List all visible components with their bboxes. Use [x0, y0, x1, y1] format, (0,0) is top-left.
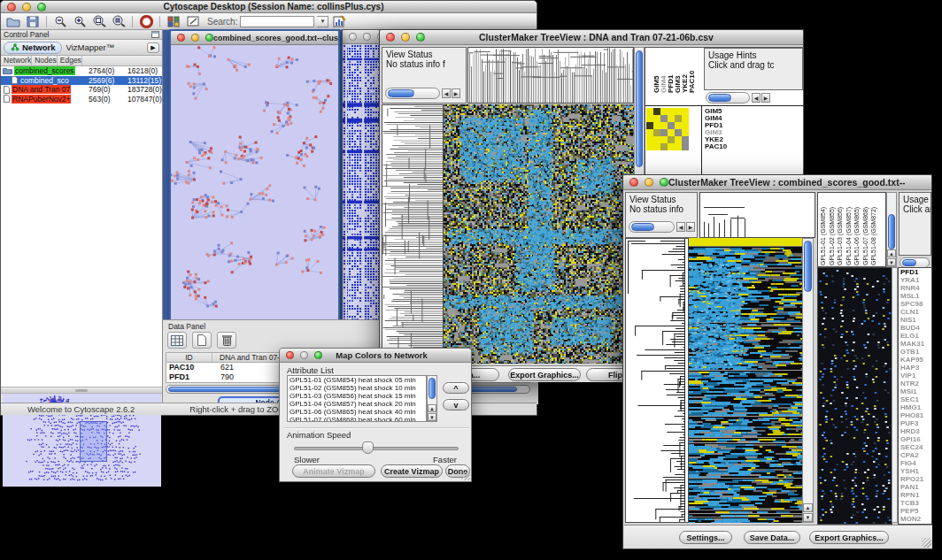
gene-label[interactable]: SEC24: [899, 443, 931, 451]
gene-label[interactable]: MON2: [899, 515, 931, 523]
tv1-row-dendrogram-canvas[interactable]: [382, 105, 443, 363]
main-titlebar[interactable]: Cytoscape Desktop (Session Name: collins…: [1, 1, 537, 13]
zoom-button[interactable]: [37, 3, 46, 12]
zoom-button[interactable]: [416, 33, 425, 42]
close-button[interactable]: [7, 3, 16, 12]
network-row[interactable]: combined_sco 2569(6) 13112(15): [1, 76, 162, 86]
gene-label[interactable]: MSI1: [899, 387, 931, 395]
zoom-selected-button[interactable]: [110, 14, 127, 28]
scroll-up-button[interactable]: ▲: [803, 503, 813, 512]
move-up-button[interactable]: ^: [443, 382, 469, 394]
attribute-list-item[interactable]: GPL51-06 (GSM865) heat shock 40 min: [288, 408, 426, 416]
gene-label[interactable]: PFD1: [899, 268, 931, 276]
gene-label[interactable]: PHO81: [899, 411, 931, 419]
panel-splitter[interactable]: [1, 387, 162, 394]
tv1-column-label[interactable]: YKE2: [681, 50, 688, 93]
tv1-titlebar[interactable]: ClusterMaker TreeView : DNA and Tran 07-…: [380, 30, 803, 45]
scroll-down-button[interactable]: ▼: [887, 258, 896, 266]
minimize-button[interactable]: [401, 33, 410, 42]
save-session-button[interactable]: [24, 14, 42, 28]
tv1-column-label[interactable]: GIM3: [674, 50, 681, 93]
minimize-button[interactable]: [191, 34, 199, 42]
gene-label[interactable]: PEP5: [899, 507, 931, 515]
delete-attribute-button[interactable]: [217, 332, 236, 349]
gene-label[interactable]: VIP1: [899, 372, 931, 380]
network-row[interactable]: combined_scores 2764(0) 16218(0): [1, 66, 162, 76]
zoom-button[interactable]: [314, 351, 322, 359]
tv2-gene-list[interactable]: PFD1YRA1RNR4MSL1SPC98CLN1NIS1BUD4ELG1MAK…: [898, 267, 932, 525]
tv1-labels-hscrollbar[interactable]: [706, 92, 750, 104]
scroll-right-button[interactable]: ▶: [761, 93, 770, 103]
overview-viewport-rect[interactable]: [80, 421, 107, 462]
gene-label[interactable]: MAK31: [899, 340, 931, 348]
close-button[interactable]: [286, 351, 294, 359]
close-button[interactable]: [386, 33, 395, 42]
move-down-button[interactable]: v: [443, 399, 469, 410]
tv2-zoom-vscrollbar[interactable]: [892, 267, 898, 523]
resize-grip[interactable]: [461, 472, 470, 480]
tv2-column-label[interactable]: GPL51-03 (GSM856): [837, 195, 845, 265]
tv1-column-label[interactable]: GIM5: [652, 50, 660, 93]
tv1-selected-submatrix-canvas[interactable]: [646, 108, 689, 150]
gene-label[interactable]: YSH1: [899, 467, 931, 475]
network-row[interactable]: RNAPuberNov2+ 563(0) 107847(0): [1, 95, 162, 104]
tv1-column-label[interactable]: PFD1: [667, 50, 674, 93]
gene-label[interactable]: NIS1: [899, 316, 931, 324]
scroll-up-button[interactable]: ▲: [887, 249, 896, 257]
animation-speed-slider[interactable]: [294, 447, 459, 450]
minimize-button[interactable]: [645, 178, 653, 187]
gene-label[interactable]: CPA2: [899, 451, 931, 459]
gene-label[interactable]: GPI16: [899, 435, 931, 443]
search-input[interactable]: [240, 16, 314, 27]
tv2-heatmap-canvas[interactable]: [689, 238, 802, 523]
zoom-in-button[interactable]: [71, 14, 89, 28]
tv1-column-label[interactable]: GIM4: [660, 50, 667, 93]
tv2-labels-vscrollbar[interactable]: ▲ ▼: [886, 192, 897, 267]
gene-label[interactable]: SPC98: [899, 300, 931, 308]
gene-label[interactable]: HMG1: [899, 403, 931, 411]
gene-label[interactable]: FIG4: [899, 459, 931, 467]
minimize-button[interactable]: [363, 33, 371, 41]
scroll-left-button[interactable]: ◀: [752, 93, 761, 103]
animate-vizmap-button[interactable]: Animate Vizmap: [292, 464, 375, 478]
tv1-column-label[interactable]: PAC10: [688, 50, 695, 93]
tv2-column-label[interactable]: GPL51-01 (GSM854): [820, 195, 829, 265]
zoom-button[interactable]: [205, 34, 213, 42]
vizmapper-button[interactable]: [165, 14, 182, 28]
dialog-titlebar[interactable]: Map Colors to Network: [280, 349, 471, 363]
gene-label[interactable]: PUF3: [899, 419, 931, 427]
tv2-window-controls[interactable]: [629, 178, 668, 187]
resize-grip[interactable]: [922, 538, 931, 548]
tab-overflow-button[interactable]: ▶: [147, 42, 159, 53]
attribute-list-item[interactable]: GPL51-07 (GSM868) heat shock 60 min: [288, 416, 426, 422]
scroll-down-button[interactable]: ▼: [803, 513, 813, 522]
gene-label[interactable]: HRD3: [899, 427, 931, 435]
minimize-button[interactable]: [22, 3, 31, 12]
attribute-list-item[interactable]: GPL51-02 (GSM855) heat shock 10 min: [288, 384, 426, 392]
gene-label[interactable]: NTR2: [899, 380, 931, 387]
tv1-row-label[interactable]: PAC10: [705, 143, 727, 150]
tv1-column-dendrogram-canvas[interactable]: [468, 48, 633, 103]
network-row[interactable]: DNA and Tran 07 769(0) 183728(0): [1, 85, 162, 95]
float-panel-icon[interactable]: [151, 31, 159, 38]
tv2-column-label[interactable]: GPL51-07 (GSM868): [862, 195, 871, 265]
tv2-column-label[interactable]: GPL51-06 (GSM865): [853, 195, 862, 265]
tv1-window-controls[interactable]: [386, 33, 425, 42]
create-vizmap-button[interactable]: Create Vizmap: [381, 464, 443, 478]
attribute-list-item[interactable]: GPL51-01 (GSM854) heat shock 05 min: [288, 376, 426, 384]
network-window-controls[interactable]: [177, 34, 213, 42]
new-attribute-button[interactable]: [192, 332, 212, 349]
gene-label[interactable]: SEC1: [899, 395, 931, 403]
slider-thumb[interactable]: [362, 441, 374, 454]
tv2-column-dendrogram-canvas[interactable]: [700, 193, 815, 237]
scroll-left-button[interactable]: ◀: [442, 88, 451, 98]
tv2-column-label[interactable]: GPL51-02 (GSM855): [829, 195, 838, 265]
tv1-export-graphics-button[interactable]: Export Graphics...: [508, 368, 581, 381]
gene-label[interactable]: RNR4: [899, 284, 931, 292]
gene-label[interactable]: BUD4: [899, 324, 931, 332]
tv2-zoom-heatmap-canvas[interactable]: [817, 267, 892, 525]
gene-label[interactable]: RPN1: [899, 491, 931, 499]
tv2-row-dendrogram-canvas[interactable]: [626, 239, 688, 522]
scroll-down-button[interactable]: ▼: [428, 413, 436, 421]
scroll-right-button[interactable]: ▶: [686, 222, 695, 232]
